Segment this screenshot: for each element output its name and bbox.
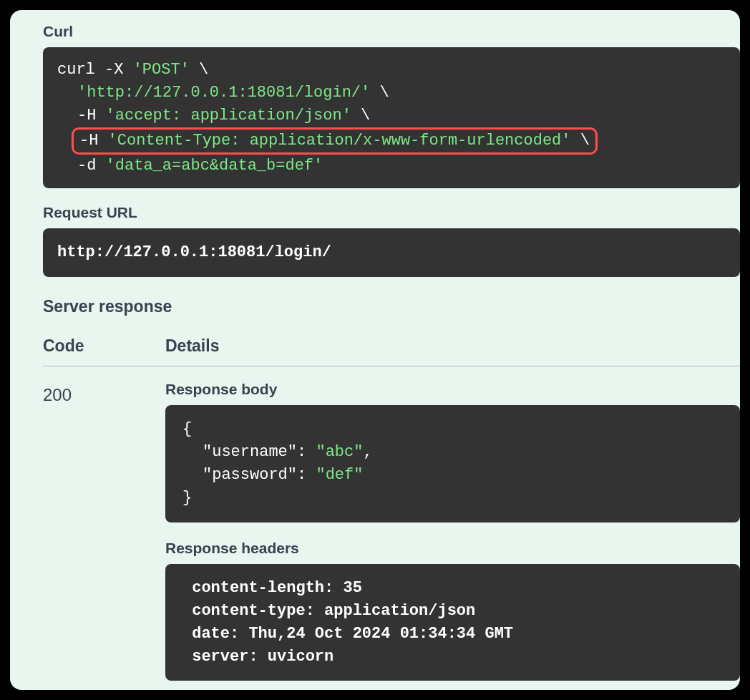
response-status-code: 200 — [43, 381, 165, 681]
request-url-block[interactable]: http://127.0.0.1:18081/login/ — [43, 228, 740, 277]
curl-body-data: 'data_a=abc&data_b=def' — [106, 157, 323, 175]
curl-method: 'POST' — [133, 61, 190, 79]
response-row: 200 Response body { "username": "abc", "… — [43, 381, 740, 681]
server-response-label: Server response — [43, 297, 740, 316]
json-key-username: "username" — [203, 443, 297, 461]
curl-code-block[interactable]: curl -X 'POST' \ 'http://127.0.0.1:18081… — [43, 47, 740, 188]
json-key-password: "password" — [203, 466, 297, 484]
details-column-header: Details — [165, 336, 219, 356]
highlighted-header: -H 'Content-Type: application/x-www-form… — [72, 127, 598, 155]
response-table-header: Code Details — [43, 336, 740, 366]
curl-label: Curl — [43, 23, 740, 40]
response-body-block[interactable]: { "username": "abc", "password": "def" } — [165, 405, 740, 522]
curl-content-type-header: 'Content-Type: application/x-www-form-ur… — [108, 132, 571, 150]
api-response-panel: Curl curl -X 'POST' \ 'http://127.0.0.1:… — [10, 10, 740, 690]
curl-accept-header: 'accept: application/json' — [106, 107, 351, 125]
json-val-password: "def" — [316, 466, 363, 484]
request-url-label: Request URL — [43, 204, 740, 221]
code-column-header: Code — [43, 336, 165, 356]
response-body-label: Response body — [165, 381, 740, 398]
curl-cmd: curl -X — [57, 61, 133, 79]
json-val-username: "abc" — [316, 443, 363, 461]
response-headers-label: Response headers — [165, 540, 740, 557]
curl-url: 'http://127.0.0.1:18081/login/' — [77, 84, 370, 102]
request-url-value: http://127.0.0.1:18081/login/ — [57, 243, 331, 261]
response-headers-block[interactable]: content-length: 35 content-type: applica… — [165, 564, 740, 681]
